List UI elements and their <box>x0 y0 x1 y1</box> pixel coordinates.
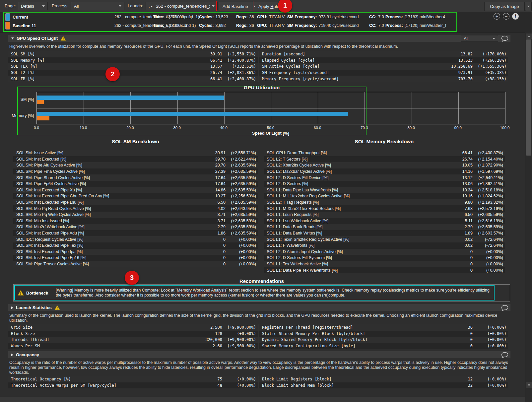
table-row[interactable]: SOL SM: Inst Executed Pipe Adu [%] 1.86 … <box>13 230 258 236</box>
table-row[interactable]: Theoretical Active Warps per SM [warp/cy… <box>8 382 258 389</box>
table-row[interactable]: SOL SM: Inst Executed Pipe Xu [%] 14.86 … <box>13 187 258 193</box>
table-row[interactable]: SOL L1: Data Bank Reads [%] 2.79 (+2,635… <box>264 224 505 230</box>
table-row[interactable]: SOL SM: Mio Pq Read Cycles Active [%] 4.… <box>13 205 258 212</box>
table-row[interactable]: SOL L2: D Sectors Fill Sysmem [%] 0 (+0.… <box>264 255 505 261</box>
table-row[interactable]: SOL SM: Issue Active [%] 39.91 (+2,558.7… <box>13 150 258 156</box>
bar-baseline-sm[interactable] <box>37 100 44 104</box>
table-row[interactable]: SOL SM: Mio2rf Writeback Active [%] 2.79… <box>13 224 258 230</box>
table-row[interactable]: SOL SM: Pipe Fma Cycles Active [%] 27.39… <box>13 168 258 175</box>
page-select[interactable]: Details <box>18 2 48 10</box>
collapse-collapsed-icon[interactable] <box>11 306 13 309</box>
table-row[interactable]: Block Limit Shared Mem [block] 32 (+0.00… <box>259 382 508 389</box>
launch-select[interactable]: . - 262 - compute_tendencies_x <box>146 2 218 10</box>
metric-delta: (+2,635.59%) <box>226 181 258 186</box>
table-row[interactable]: SOL L2: T Sectors [%] 26.74 (+2,154.40%) <box>264 156 505 163</box>
zoom-in-button[interactable]: + <box>494 13 500 20</box>
table-row[interactable]: SOL FB [%] 66.41 (+2,400.87%) <box>8 76 258 82</box>
table-row[interactable]: Shared Memory Configuration Size [byte] … <box>259 343 508 349</box>
table-row[interactable]: SOL L1: Data Pipe Lsu Wavefronts [%] 10.… <box>264 187 505 193</box>
vertical-scrollbar[interactable] <box>525 33 532 402</box>
table-row[interactable]: Duration [usecond] 13.82 (+170.00%) <box>259 51 508 57</box>
table-row[interactable]: SOL GPU: Dram Throughput [%] 66.41 (+2,4… <box>264 150 505 156</box>
table-row[interactable]: SOL L2: T Tag Requests [%] 9.80 (+2,193.… <box>264 199 505 206</box>
sol-filter-select[interactable]: All <box>461 35 498 42</box>
baseline-color-swatch[interactable] <box>5 13 10 21</box>
table-row[interactable]: SOL SM: Pipe Fp64 Cycles Active [%] 17.6… <box>13 181 258 187</box>
table-row[interactable]: Memory Frequency [cycle/usecond] 703.70 … <box>259 76 508 82</box>
table-row[interactable]: SOL SM: Inst Executed Pipe Tex [%] 0 (+0… <box>13 242 258 249</box>
copy-as-image-button[interactable]: Copy as Image <box>484 2 525 11</box>
table-row[interactable]: Elapsed Cycles [cycle] 13,523 (+266.28%) <box>259 57 508 64</box>
table-divider <box>258 51 258 82</box>
table-row[interactable]: Static Shared Memory Per Block [byte/blo… <box>259 331 508 337</box>
table-row[interactable]: Waves Per SM 2.60 (+9,900.00%) <box>8 343 258 349</box>
bar-baseline-memory[interactable] <box>37 116 49 120</box>
collapse-expanded-icon[interactable] <box>11 37 14 39</box>
chevron-down-icon <box>493 38 495 39</box>
table-row[interactable]: SOL L1: Texin Sm2tex Req Cycles Active [… <box>264 236 505 242</box>
comment-bubble-icon[interactable] <box>501 35 508 42</box>
process-select[interactable]: All <box>71 2 124 10</box>
comment-bubble-icon[interactable] <box>501 305 508 311</box>
table-row[interactable]: Dynamic Shared Memory Per Block [byte/bl… <box>259 337 508 343</box>
occupancy-header[interactable]: Occupancy <box>8 351 511 359</box>
table-row[interactable]: SOL L2: D Sectors [%] 13.06 (+1,862.41%) <box>264 181 505 187</box>
scrollbar-thumb[interactable] <box>526 39 531 156</box>
table-row[interactable]: SOL SM [%] 39.91 (+2,558.71%) <box>8 51 258 57</box>
table-row[interactable]: SOL SM: Inst Executed Pipe Fp16 [%] 0 (+… <box>13 255 258 261</box>
table-row[interactable]: SM Active Cycles [cycle] 10,258.69 (+1,5… <box>259 63 508 70</box>
metric-delta: (+2,616.19%) <box>473 219 505 223</box>
table-row[interactable]: SOL L2: D Atomic Input Cycles Active [%]… <box>264 249 505 255</box>
table-row[interactable]: SOL L2: D Sectors Fill Device [%] 13.12 … <box>264 174 505 181</box>
scroll-down-button[interactable] <box>526 382 532 388</box>
table-row[interactable]: SOL SM: Pipe Shared Cycles Active [%] 17… <box>13 174 258 181</box>
table-row[interactable]: SOL TEX [%] 13.57 (+332.51%) <box>8 63 258 70</box>
bar-current-sm[interactable] <box>37 96 224 100</box>
table-row[interactable]: SOL SM: Inst Executed Pipe Ipa [%] 0 (+0… <box>13 249 258 255</box>
table-row[interactable]: SOL L1: M Xbar2l1tex Read Sectors [%] 7.… <box>264 205 505 212</box>
info-button[interactable]: i <box>512 13 519 20</box>
table-row[interactable]: Grid Size 2,500 (+9,900.00%) <box>8 324 258 331</box>
table-row[interactable]: Theoretical Occupancy [%] 75 (+0.00%) <box>8 376 258 382</box>
table-row[interactable]: SOL L2: Xbar2lts Cycles Active [%] 18.05… <box>264 162 505 168</box>
metric-name: SOL L2: D Sectors [%] <box>264 181 453 186</box>
zoom-out-button[interactable]: − <box>503 13 509 20</box>
sol-section-header[interactable]: GPU Speed Of Light All <box>8 34 511 42</box>
table-row[interactable]: SOL L1: Data Bank Writes [%] 1.89 (+2,60… <box>264 230 505 236</box>
process-label: Process: <box>52 3 69 8</box>
table-row[interactable]: SOL SM: Mio Pq Write Cycles Active [%] 3… <box>13 212 258 218</box>
collapse-collapsed-icon[interactable] <box>11 354 13 356</box>
baseline-color-swatch[interactable] <box>5 22 10 30</box>
metric-delta: (+0.00%) <box>222 377 258 381</box>
table-row[interactable]: SOL L1: Data Pipe Tex Wavefronts [%] 0 (… <box>264 267 505 273</box>
table-row[interactable]: SOL SM: Inst Executed [%] 39.70 (+2,621.… <box>13 156 258 163</box>
table-row[interactable]: Threads [thread] 320,000 (+9,900.00%) <box>8 337 258 343</box>
launch-statistics-header[interactable]: Launch Statistics <box>8 304 511 311</box>
table-row[interactable]: SOL L1: Lsu Writeback Active [%] 5.11 (+… <box>264 218 505 224</box>
add-baseline-button[interactable]: Add Baseline <box>219 2 259 11</box>
table-row[interactable]: SOL L2 [%] 26.74 (+2,081.86%) <box>8 70 258 76</box>
comment-bubble-icon[interactable] <box>501 352 508 358</box>
table-row[interactable]: SOL IDC: Request Cycles Active [%] 0 (+0… <box>13 236 258 242</box>
table-row[interactable]: SOL SM: Mio Inst Issued [%] 3.71 (+2,635… <box>13 218 258 224</box>
table-row[interactable]: SOL SM: Inst Executed Pipe Lsu [%] 6.50 … <box>13 199 258 206</box>
table-row[interactable]: SOL L1: F Wavefronts [%] 0.02 (-72.64%) <box>264 242 505 249</box>
table-row[interactable]: SOL SM: Pipe Alu Cycles Active [%] 28.78… <box>13 162 258 168</box>
table-row[interactable]: SM Frequency [cycle/usecond] 973.91 (+35… <box>259 70 508 76</box>
baseline-row[interactable]: Baseline 11 262 - compute_tendencies_x (… <box>0 21 532 30</box>
table-row[interactable]: SOL L1: M L1tex2xbar Req Cycles Active [… <box>264 193 505 199</box>
memory-workload-analysis-link[interactable]: Memory Workload Analysis <box>177 288 226 293</box>
table-row[interactable]: SOL L2: Lts2xbar Cycles Active [%] 14.16… <box>264 168 505 175</box>
table-row[interactable]: SOL SM: Inst Executed Pipe Cbu Pred On A… <box>13 193 258 199</box>
table-row[interactable]: Block Size 128 (+0.00%) <box>8 331 258 337</box>
table-row[interactable]: SOL L1: Lsuin Requests [%] 6.50 (+2,635.… <box>264 212 505 218</box>
table-row[interactable]: Block Limit Registers [block] 12 (+0.00%… <box>259 376 508 382</box>
table-row[interactable]: SOL L1: Tex Writeback Active [%] 0 (+0.0… <box>264 261 505 267</box>
table-row[interactable]: SOL Memory [%] 66.41 (+2,400.87%) <box>8 57 258 64</box>
scroll-up-button[interactable] <box>526 33 532 39</box>
copy-as-image-dropdown-button[interactable] <box>525 2 532 11</box>
table-row[interactable]: Registers Per Thread [register/thread] 3… <box>259 324 508 331</box>
table-row[interactable]: SOL SM: Pipe Tensor Cycles Active [%] 0 … <box>13 261 258 267</box>
bar-current-memory[interactable] <box>37 112 348 116</box>
baseline-row[interactable]: Current 262 - compute_tendencies_x (3200… <box>0 13 532 21</box>
